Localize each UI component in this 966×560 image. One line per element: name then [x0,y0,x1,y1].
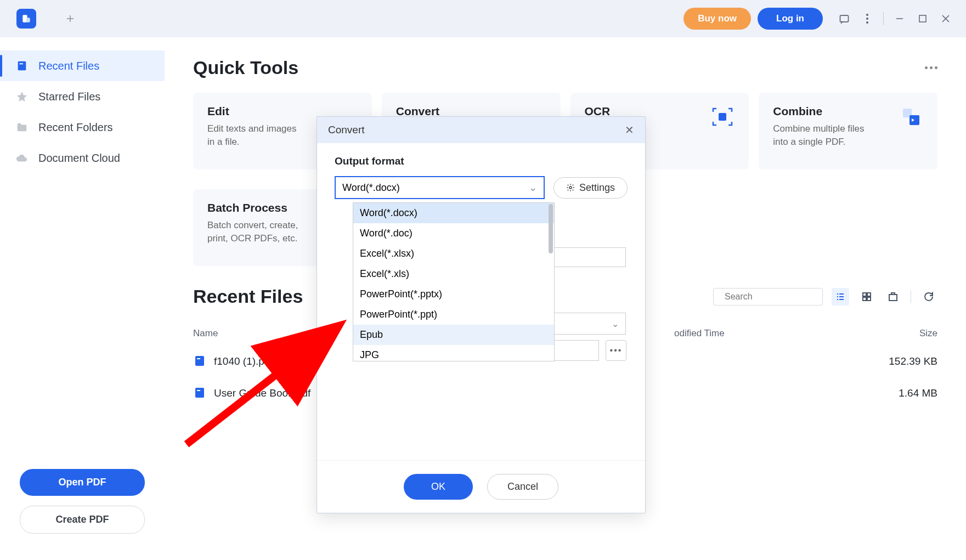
svg-text:T: T [721,114,724,120]
sidebar-item-label: Recent Folders [38,121,113,134]
chevron-down-icon: ⌄ [529,182,537,194]
svg-rect-17 [867,297,871,301]
tool-desc: Batch convert, create, print, OCR PDFs, … [207,219,306,245]
format-dropdown: Word(*.docx) Word(*.doc) Excel(*.xlsx) E… [353,202,555,361]
folder-icon [15,121,29,134]
kebab-menu-icon[interactable] [861,13,873,25]
close-icon[interactable]: ✕ [625,123,634,137]
recent-files-title: Recent Files [193,286,303,307]
file-size: 1.64 MB [850,387,937,399]
svg-rect-8 [19,63,22,64]
svg-rect-6 [919,15,926,22]
search-box[interactable] [713,288,823,306]
format-option[interactable]: JPG [353,345,554,361]
sidebar-item-starred-files[interactable]: Starred Files [0,81,165,112]
svg-rect-14 [863,293,866,296]
svg-rect-18 [889,295,897,301]
file-size: 152.39 KB [850,355,937,367]
selected-format: Word(*.docx) [342,182,400,194]
svg-rect-7 [18,61,26,71]
tool-title: Combine [773,105,872,118]
maximize-button[interactable] [917,13,929,25]
more-button[interactable]: ••• [606,340,626,361]
quick-tools-title: Quick Tools [193,57,298,78]
separator [883,12,884,25]
svg-rect-1 [26,18,30,22]
ok-button[interactable]: OK [404,474,473,500]
open-pdf-button[interactable]: Open PDF [20,469,145,496]
search-input[interactable] [725,292,834,302]
dialog-title: Convert [328,124,365,136]
svg-rect-16 [863,297,866,301]
svg-rect-15 [867,293,871,296]
grid-view-icon[interactable] [858,288,875,306]
col-size-header: Size [850,328,937,339]
sidebar-item-recent-folders[interactable]: Recent Folders [0,112,165,143]
separator [911,290,911,303]
svg-point-5 [866,21,868,24]
format-option[interactable]: PowerPoint(*.ppt) [353,304,554,325]
login-button[interactable]: Log in [758,8,823,30]
minimize-button[interactable] [894,13,906,25]
hidden-input[interactable] [545,247,626,267]
svg-point-23 [569,186,572,189]
list-view-icon[interactable] [832,288,849,306]
sidebar-item-label: Document Cloud [38,152,120,165]
more-icon[interactable] [925,66,937,69]
svg-rect-20 [197,358,200,359]
star-icon [15,90,29,103]
cloud-icon [15,151,29,165]
close-button[interactable] [940,13,952,25]
tool-title: Edit [207,105,306,118]
sidebar-item-label: Recent Files [38,60,99,72]
tool-title: Batch Process [207,201,306,214]
svg-rect-22 [197,390,200,391]
buy-now-button[interactable]: Buy now [683,8,751,30]
svg-point-4 [866,18,868,20]
svg-rect-19 [195,356,204,366]
file-name: User Guide Book.pdf [214,387,310,399]
file-name: f1040 (1).pdf [214,355,273,367]
ocr-icon: T [710,105,735,129]
refresh-icon[interactable] [920,288,937,306]
scrollbar[interactable] [549,204,553,253]
svg-rect-2 [840,15,849,22]
format-option[interactable]: Word(*.doc) [353,223,554,244]
sidebar: Recent Files Starred Files Recent Folder… [0,37,165,560]
gear-icon [566,183,575,192]
settings-button[interactable]: Settings [553,177,628,199]
new-tab-button[interactable] [63,11,78,26]
svg-rect-21 [195,388,204,398]
sidebar-item-recent-files[interactable]: Recent Files [0,50,165,81]
format-option[interactable]: Excel(*.xls) [353,264,554,284]
file-icon [15,59,29,72]
output-format-select[interactable]: Word(*.docx) ⌄ [335,176,545,199]
cancel-button[interactable]: Cancel [487,474,558,500]
tool-card-combine[interactable]: Combine Combine multiple files into a si… [759,93,937,169]
chevron-down-icon: ⌄ [612,319,619,329]
app-logo [16,9,36,29]
pdf-file-icon [193,354,207,369]
sidebar-item-label: Starred Files [38,90,100,103]
pdf-file-icon [193,386,207,400]
format-option[interactable]: Epub [353,325,554,345]
tool-desc: Edit texts and images in a file. [207,122,306,149]
create-pdf-button[interactable]: Create PDF [20,506,145,534]
tool-desc: Combine multiple files into a single PDF… [773,122,872,149]
box-view-icon[interactable] [884,288,902,306]
hidden-select[interactable]: ⌄ [545,313,626,335]
titlebar: Buy now Log in [0,0,966,37]
format-option[interactable]: PowerPoint(*.pptx) [353,284,554,304]
output-format-label: Output format [335,155,628,167]
combine-icon [899,105,923,129]
col-time-header: odified Time [674,328,850,339]
format-option[interactable]: Word(*.docx) [353,203,554,223]
sidebar-item-document-cloud[interactable]: Document Cloud [0,143,165,173]
format-option[interactable]: Excel(*.xlsx) [353,244,554,264]
message-icon[interactable] [838,13,850,25]
svg-point-3 [866,14,868,16]
